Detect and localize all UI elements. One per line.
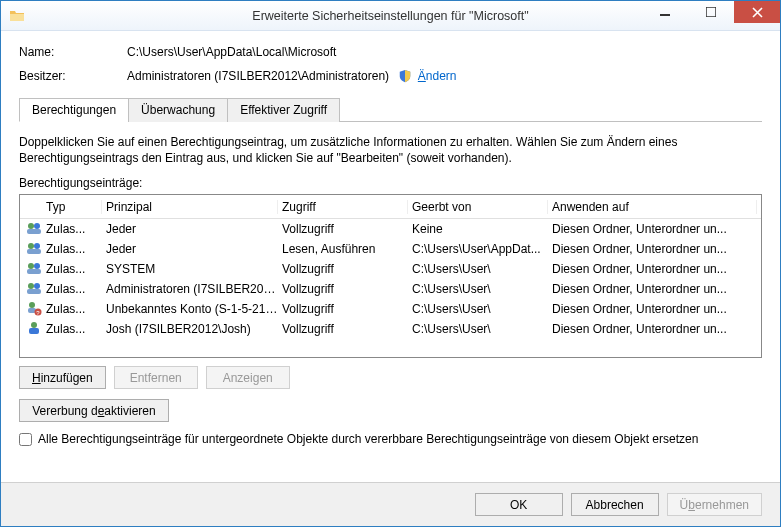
svg-point-9 xyxy=(34,263,40,269)
svg-point-18 xyxy=(31,322,37,328)
replace-child-entries-label: Alle Berechtigungseinträge für untergeor… xyxy=(38,432,698,446)
svg-point-12 xyxy=(34,283,40,289)
table-row[interactable]: ?Zulas...Unbekanntes Konto (S-1-5-21-...… xyxy=(20,299,761,319)
cell-applies: Diesen Ordner, Unterordner un... xyxy=(548,242,757,256)
svg-rect-1 xyxy=(706,7,716,17)
cell-type: Zulas... xyxy=(42,302,102,316)
ok-button[interactable]: OK xyxy=(475,493,563,516)
window-controls xyxy=(642,1,780,23)
col-principal[interactable]: Prinzipal xyxy=(102,200,278,214)
cancel-button[interactable]: Abbrechen xyxy=(571,493,659,516)
permission-entries-list[interactable]: Typ Prinzipal Zugriff Geerbt von Anwende… xyxy=(19,194,762,358)
content-area: Name: C:\Users\User\AppData\Local\Micros… xyxy=(1,31,780,482)
svg-point-6 xyxy=(34,243,40,249)
cell-inherited: Keine xyxy=(408,222,548,236)
svg-rect-4 xyxy=(27,229,41,234)
minimize-button[interactable] xyxy=(642,1,688,23)
view-button: Anzeigen xyxy=(206,366,290,389)
cell-access: Vollzugriff xyxy=(278,222,408,236)
replace-child-entries-checkbox[interactable] xyxy=(19,433,32,446)
principal-icon xyxy=(20,280,42,299)
owner-label: Besitzer: xyxy=(19,69,127,83)
principal-icon xyxy=(20,220,42,239)
col-applies[interactable]: Anwenden auf xyxy=(548,200,757,214)
cell-access: Vollzugriff xyxy=(278,262,408,276)
cell-principal: SYSTEM xyxy=(102,262,278,276)
cell-type: Zulas... xyxy=(42,242,102,256)
table-row[interactable]: Zulas...JederLesen, AusführenC:\Users\Us… xyxy=(20,239,761,259)
change-owner-link[interactable]: Ändern xyxy=(418,69,457,83)
svg-rect-13 xyxy=(27,289,41,294)
folder-icon xyxy=(9,8,25,24)
cell-applies: Diesen Ordner, Unterordner un... xyxy=(548,322,757,336)
remove-button: Entfernen xyxy=(114,366,198,389)
tab-auditing[interactable]: Überwachung xyxy=(128,98,228,122)
cell-type: Zulas... xyxy=(42,282,102,296)
cell-principal: Administratoren (I7SILBER201... xyxy=(102,282,278,296)
table-row[interactable]: Zulas...SYSTEMVollzugriffC:\Users\User\D… xyxy=(20,259,761,279)
svg-rect-19 xyxy=(29,328,39,334)
cell-inherited: C:\Users\User\AppDat... xyxy=(408,242,548,256)
svg-point-8 xyxy=(28,263,34,269)
cell-type: Zulas... xyxy=(42,222,102,236)
cell-applies: Diesen Ordner, Unterordner un... xyxy=(548,282,757,296)
table-row[interactable]: Zulas...Josh (I7SILBER2012\Josh)Vollzugr… xyxy=(20,319,761,339)
name-value: C:\Users\User\AppData\Local\Microsoft xyxy=(127,45,762,59)
name-label: Name: xyxy=(19,45,127,59)
cell-applies: Diesen Ordner, Unterordner un... xyxy=(548,222,757,236)
svg-point-11 xyxy=(28,283,34,289)
principal-icon xyxy=(20,240,42,259)
cell-principal: Unbekanntes Konto (S-1-5-21-... xyxy=(102,302,278,316)
svg-point-2 xyxy=(28,223,34,229)
svg-point-14 xyxy=(29,302,35,308)
svg-point-3 xyxy=(34,223,40,229)
svg-point-5 xyxy=(28,243,34,249)
cell-principal: Jeder xyxy=(102,222,278,236)
cell-principal: Jeder xyxy=(102,242,278,256)
cell-applies: Diesen Ordner, Unterordner un... xyxy=(548,302,757,316)
tab-permissions[interactable]: Berechtigungen xyxy=(19,98,129,122)
cell-inherited: C:\Users\User\ xyxy=(408,282,548,296)
apply-button: Übernehmen xyxy=(667,493,762,516)
tab-effective-access[interactable]: Effektiver Zugriff xyxy=(227,98,340,122)
titlebar: Erweiterte Sicherheitseinstellungen für … xyxy=(1,1,780,31)
svg-rect-0 xyxy=(660,14,670,16)
cell-access: Vollzugriff xyxy=(278,282,408,296)
close-button[interactable] xyxy=(734,1,780,23)
principal-icon: ? xyxy=(20,300,42,319)
cell-applies: Diesen Ordner, Unterordner un... xyxy=(548,262,757,276)
maximize-button[interactable] xyxy=(688,1,734,23)
cell-access: Vollzugriff xyxy=(278,322,408,336)
cell-principal: Josh (I7SILBER2012\Josh) xyxy=(102,322,278,336)
svg-rect-10 xyxy=(27,269,41,274)
tab-strip: Berechtigungen Überwachung Effektiver Zu… xyxy=(19,97,762,122)
table-row[interactable]: Zulas...Administratoren (I7SILBER201...V… xyxy=(20,279,761,299)
col-inherited[interactable]: Geerbt von xyxy=(408,200,548,214)
cell-type: Zulas... xyxy=(42,262,102,276)
svg-rect-7 xyxy=(27,249,41,254)
owner-value: Administratoren (I7SILBER2012\Administra… xyxy=(127,69,762,83)
cell-inherited: C:\Users\User\ xyxy=(408,262,548,276)
col-type[interactable]: Typ xyxy=(42,200,102,214)
cell-access: Vollzugriff xyxy=(278,302,408,316)
description-text: Doppelklicken Sie auf einen Berechtigung… xyxy=(19,134,762,166)
cell-type: Zulas... xyxy=(42,322,102,336)
cell-inherited: C:\Users\User\ xyxy=(408,302,548,316)
principal-icon xyxy=(20,260,42,279)
list-header: Typ Prinzipal Zugriff Geerbt von Anwende… xyxy=(20,195,761,219)
principal-icon xyxy=(20,320,42,339)
cell-inherited: C:\Users\User\ xyxy=(408,322,548,336)
table-row[interactable]: Zulas...JederVollzugriffKeineDiesen Ordn… xyxy=(20,219,761,239)
window-frame: Erweiterte Sicherheitseinstellungen für … xyxy=(0,0,781,527)
shield-icon xyxy=(398,69,412,83)
cell-access: Lesen, Ausführen xyxy=(278,242,408,256)
col-access[interactable]: Zugriff xyxy=(278,200,408,214)
disable-inheritance-button[interactable]: Vererbung deaktivieren xyxy=(19,399,169,422)
dialog-footer: OK Abbrechen Übernehmen xyxy=(1,482,780,526)
entries-label: Berechtigungseinträge: xyxy=(19,176,762,190)
owner-text: Administratoren (I7SILBER2012\Administra… xyxy=(127,69,389,83)
add-button[interactable]: Hinzufügen xyxy=(19,366,106,389)
